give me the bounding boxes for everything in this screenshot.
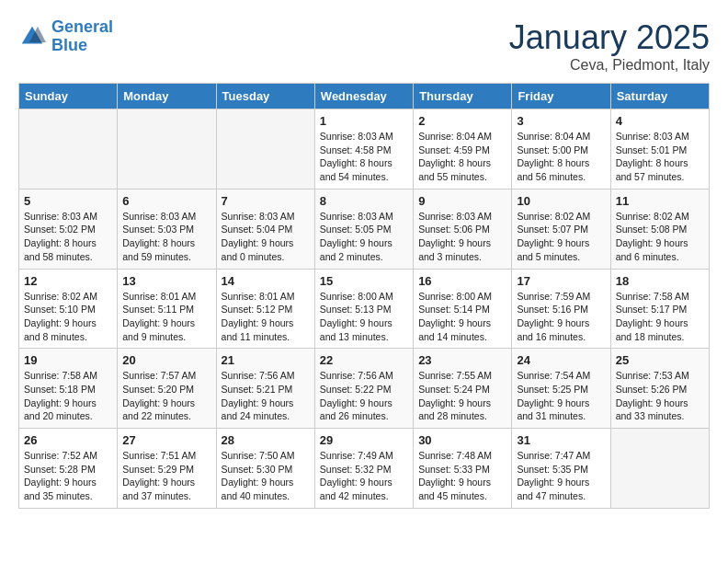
day-info: Sunrise: 7:53 AMSunset: 5:26 PMDaylight:… bbox=[616, 369, 704, 423]
day-info: Sunrise: 7:58 AMSunset: 5:18 PMDaylight:… bbox=[24, 369, 112, 423]
day-info: Sunrise: 8:01 AMSunset: 5:11 PMDaylight:… bbox=[122, 290, 210, 344]
day-number: 20 bbox=[122, 353, 210, 367]
day-number: 5 bbox=[24, 194, 112, 208]
calendar-cell bbox=[19, 109, 118, 190]
calendar-cell bbox=[118, 109, 216, 190]
calendar-cell: 2Sunrise: 8:04 AMSunset: 4:59 PMDaylight… bbox=[414, 109, 512, 190]
day-number: 4 bbox=[616, 114, 704, 128]
day-number: 22 bbox=[320, 353, 408, 367]
logo: General Blue bbox=[18, 18, 113, 55]
calendar-week-row: 26Sunrise: 7:52 AMSunset: 5:28 PMDayligh… bbox=[19, 429, 710, 509]
day-number: 17 bbox=[517, 274, 605, 288]
day-number: 3 bbox=[517, 114, 605, 128]
calendar-cell: 14Sunrise: 8:01 AMSunset: 5:12 PMDayligh… bbox=[216, 269, 314, 349]
calendar-week-row: 19Sunrise: 7:58 AMSunset: 5:18 PMDayligh… bbox=[19, 349, 710, 429]
day-number: 24 bbox=[517, 353, 605, 367]
weekday-header: Sunday bbox=[19, 84, 118, 109]
calendar-table: SundayMondayTuesdayWednesdayThursdayFrid… bbox=[18, 83, 710, 509]
calendar-title: January 2025 bbox=[509, 18, 710, 57]
calendar-cell: 31Sunrise: 7:47 AMSunset: 5:35 PMDayligh… bbox=[512, 429, 610, 509]
calendar-cell: 15Sunrise: 8:00 AMSunset: 5:13 PMDayligh… bbox=[314, 269, 413, 349]
day-info: Sunrise: 7:58 AMSunset: 5:17 PMDaylight:… bbox=[616, 290, 704, 344]
calendar-cell: 12Sunrise: 8:02 AMSunset: 5:10 PMDayligh… bbox=[19, 269, 118, 349]
calendar-cell: 28Sunrise: 7:50 AMSunset: 5:30 PMDayligh… bbox=[216, 429, 314, 509]
calendar-cell: 24Sunrise: 7:54 AMSunset: 5:25 PMDayligh… bbox=[512, 349, 610, 429]
day-number: 26 bbox=[24, 433, 112, 447]
day-number: 12 bbox=[24, 274, 112, 288]
day-info: Sunrise: 7:47 AMSunset: 5:35 PMDaylight:… bbox=[517, 449, 605, 503]
day-info: Sunrise: 8:02 AMSunset: 5:07 PMDaylight:… bbox=[517, 210, 605, 264]
logo-icon bbox=[18, 23, 46, 51]
day-info: Sunrise: 7:50 AMSunset: 5:30 PMDaylight:… bbox=[222, 449, 310, 503]
day-info: Sunrise: 8:03 AMSunset: 5:06 PMDaylight:… bbox=[418, 210, 506, 264]
calendar-cell: 5Sunrise: 8:03 AMSunset: 5:02 PMDaylight… bbox=[19, 189, 118, 269]
day-info: Sunrise: 7:59 AMSunset: 5:16 PMDaylight:… bbox=[517, 290, 605, 344]
logo-line1: General bbox=[51, 17, 113, 36]
day-info: Sunrise: 8:02 AMSunset: 5:08 PMDaylight:… bbox=[616, 210, 704, 264]
calendar-week-row: 5Sunrise: 8:03 AMSunset: 5:02 PMDaylight… bbox=[19, 189, 710, 269]
day-info: Sunrise: 8:04 AMSunset: 4:59 PMDaylight:… bbox=[418, 130, 506, 184]
calendar-week-row: 1Sunrise: 8:03 AMSunset: 4:58 PMDaylight… bbox=[19, 109, 710, 190]
day-number: 10 bbox=[517, 194, 605, 208]
calendar-cell bbox=[610, 429, 709, 509]
day-number: 7 bbox=[222, 194, 310, 208]
calendar-cell: 27Sunrise: 7:51 AMSunset: 5:29 PMDayligh… bbox=[118, 429, 216, 509]
day-info: Sunrise: 8:00 AMSunset: 5:13 PMDaylight:… bbox=[320, 290, 408, 344]
calendar-cell bbox=[216, 109, 314, 190]
calendar-cell: 1Sunrise: 8:03 AMSunset: 4:58 PMDaylight… bbox=[314, 109, 413, 190]
day-number: 31 bbox=[517, 433, 605, 447]
calendar-cell: 18Sunrise: 7:58 AMSunset: 5:17 PMDayligh… bbox=[610, 269, 709, 349]
calendar-cell: 22Sunrise: 7:56 AMSunset: 5:22 PMDayligh… bbox=[314, 349, 413, 429]
day-info: Sunrise: 7:56 AMSunset: 5:22 PMDaylight:… bbox=[320, 369, 408, 423]
calendar-cell: 30Sunrise: 7:48 AMSunset: 5:33 PMDayligh… bbox=[414, 429, 512, 509]
day-info: Sunrise: 7:49 AMSunset: 5:32 PMDaylight:… bbox=[320, 449, 408, 503]
weekday-header: Wednesday bbox=[314, 84, 413, 109]
day-info: Sunrise: 8:03 AMSunset: 5:05 PMDaylight:… bbox=[320, 210, 408, 264]
calendar-cell: 19Sunrise: 7:58 AMSunset: 5:18 PMDayligh… bbox=[19, 349, 118, 429]
weekday-header: Monday bbox=[118, 84, 216, 109]
calendar-cell: 23Sunrise: 7:55 AMSunset: 5:24 PMDayligh… bbox=[414, 349, 512, 429]
day-number: 21 bbox=[222, 353, 310, 367]
page-header: General Blue January 2025 Ceva, Piedmont… bbox=[18, 18, 710, 74]
calendar-cell: 20Sunrise: 7:57 AMSunset: 5:20 PMDayligh… bbox=[118, 349, 216, 429]
day-number: 2 bbox=[418, 114, 506, 128]
weekday-header: Thursday bbox=[414, 84, 512, 109]
calendar-cell: 26Sunrise: 7:52 AMSunset: 5:28 PMDayligh… bbox=[19, 429, 118, 509]
calendar-cell: 13Sunrise: 8:01 AMSunset: 5:11 PMDayligh… bbox=[118, 269, 216, 349]
day-number: 28 bbox=[222, 433, 310, 447]
calendar-cell: 17Sunrise: 7:59 AMSunset: 5:16 PMDayligh… bbox=[512, 269, 610, 349]
day-number: 11 bbox=[616, 194, 704, 208]
calendar-header-row: SundayMondayTuesdayWednesdayThursdayFrid… bbox=[19, 84, 710, 109]
day-info: Sunrise: 7:54 AMSunset: 5:25 PMDaylight:… bbox=[517, 369, 605, 423]
calendar-cell: 3Sunrise: 8:04 AMSunset: 5:00 PMDaylight… bbox=[512, 109, 610, 190]
title-block: January 2025 Ceva, Piedmont, Italy bbox=[509, 18, 710, 74]
day-info: Sunrise: 7:52 AMSunset: 5:28 PMDaylight:… bbox=[24, 449, 112, 503]
day-number: 13 bbox=[122, 274, 210, 288]
day-number: 19 bbox=[24, 353, 112, 367]
calendar-subtitle: Ceva, Piedmont, Italy bbox=[509, 57, 710, 74]
day-info: Sunrise: 7:55 AMSunset: 5:24 PMDaylight:… bbox=[418, 369, 506, 423]
day-info: Sunrise: 8:03 AMSunset: 4:58 PMDaylight:… bbox=[320, 130, 408, 184]
day-info: Sunrise: 8:01 AMSunset: 5:12 PMDaylight:… bbox=[222, 290, 310, 344]
calendar-cell: 25Sunrise: 7:53 AMSunset: 5:26 PMDayligh… bbox=[610, 349, 709, 429]
day-info: Sunrise: 7:56 AMSunset: 5:21 PMDaylight:… bbox=[222, 369, 310, 423]
calendar-week-row: 12Sunrise: 8:02 AMSunset: 5:10 PMDayligh… bbox=[19, 269, 710, 349]
day-number: 1 bbox=[320, 114, 408, 128]
calendar-cell: 10Sunrise: 8:02 AMSunset: 5:07 PMDayligh… bbox=[512, 189, 610, 269]
day-info: Sunrise: 8:03 AMSunset: 5:03 PMDaylight:… bbox=[122, 210, 210, 264]
calendar-cell: 16Sunrise: 8:00 AMSunset: 5:14 PMDayligh… bbox=[414, 269, 512, 349]
day-number: 23 bbox=[418, 353, 506, 367]
calendar-cell: 7Sunrise: 8:03 AMSunset: 5:04 PMDaylight… bbox=[216, 189, 314, 269]
day-number: 15 bbox=[320, 274, 408, 288]
calendar-cell: 21Sunrise: 7:56 AMSunset: 5:21 PMDayligh… bbox=[216, 349, 314, 429]
day-number: 8 bbox=[320, 194, 408, 208]
weekday-header: Tuesday bbox=[216, 84, 314, 109]
calendar-body: 1Sunrise: 8:03 AMSunset: 4:58 PMDaylight… bbox=[19, 109, 710, 509]
day-number: 9 bbox=[418, 194, 506, 208]
calendar-cell: 11Sunrise: 8:02 AMSunset: 5:08 PMDayligh… bbox=[610, 189, 709, 269]
day-number: 18 bbox=[616, 274, 704, 288]
day-number: 14 bbox=[222, 274, 310, 288]
day-info: Sunrise: 7:48 AMSunset: 5:33 PMDaylight:… bbox=[418, 449, 506, 503]
weekday-header: Saturday bbox=[610, 84, 709, 109]
day-info: Sunrise: 8:00 AMSunset: 5:14 PMDaylight:… bbox=[418, 290, 506, 344]
